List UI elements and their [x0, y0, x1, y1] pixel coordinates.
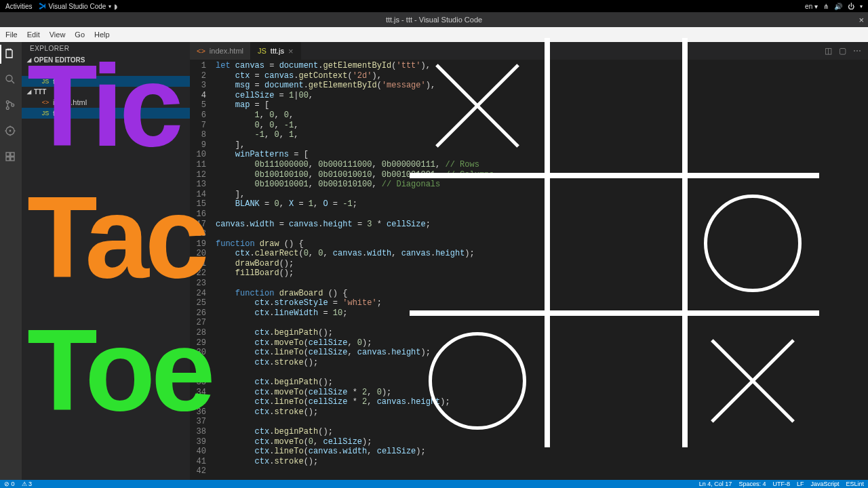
code-line-5[interactable]: map = [: [216, 100, 863, 110]
recording-icon: ◗: [114, 3, 117, 10]
code-content[interactable]: let canvas = document.getElementById('tt…: [210, 60, 868, 480]
lang-indicator[interactable]: en ▾: [805, 3, 818, 10]
chevron-down-icon: ▾: [860, 3, 863, 9]
code-line-36[interactable]: ctx.stroke();: [216, 407, 863, 418]
svg-point-3: [12, 104, 14, 106]
explorer-sidebar: EXPLORER ◢ OPEN EDITORS <>index.htmlJStt…: [22, 42, 190, 480]
layout-icon[interactable]: ▢: [839, 46, 846, 56]
menu-help[interactable]: Help: [94, 30, 110, 39]
debug-activity-icon[interactable]: [4, 125, 18, 138]
menu-bar: FileEditViewGoHelp: [0, 27, 868, 42]
file-ext-icon: <>: [41, 67, 50, 74]
code-line-32[interactable]: [216, 367, 863, 378]
chevron-down-icon: ◢: [27, 57, 31, 63]
menu-edit[interactable]: Edit: [27, 30, 40, 39]
file-ext-icon: JS: [41, 110, 50, 117]
indentation-status[interactable]: Spaces: 4: [738, 481, 766, 487]
code-line-9[interactable]: ],: [216, 140, 863, 150]
scm-activity-icon[interactable]: [4, 99, 18, 113]
file-item-index-html[interactable]: <>index.html: [22, 97, 190, 108]
line-numbers-gutter: 1234567891011121314151617181920212223242…: [190, 60, 210, 480]
file-item-ttt-js[interactable]: JSttt.js: [22, 76, 190, 87]
cursor-position[interactable]: Ln 4, Col 17: [699, 481, 732, 487]
language-status[interactable]: JavaScript: [810, 481, 839, 487]
encoding-status[interactable]: UTF-8: [772, 481, 790, 487]
code-line-3[interactable]: msg = document.getElementById('message')…: [216, 81, 863, 91]
code-line-30[interactable]: ctx.lineTo(cellSize, canvas.height);: [216, 348, 863, 358]
window-title: ttt.js - ttt - Visual Studio Code: [386, 16, 482, 24]
search-activity-icon[interactable]: [4, 73, 18, 87]
code-line-26[interactable]: ctx.lineWidth = 10;: [216, 308, 863, 319]
code-line-33[interactable]: ctx.beginPath();: [216, 378, 863, 388]
code-line-27[interactable]: [216, 318, 863, 328]
activities-button[interactable]: Activities: [5, 3, 32, 10]
code-line-34[interactable]: ctx.moveTo(cellSize * 2, 0);: [216, 388, 863, 398]
project-section[interactable]: ◢ TTT: [22, 87, 190, 97]
code-line-24[interactable]: function drawBoard () {: [216, 289, 863, 299]
code-line-6[interactable]: 1, 0, 0,: [216, 110, 863, 121]
code-line-35[interactable]: ctx.lineTo(cellSize * 2, canvas.height);: [216, 397, 863, 407]
code-line-22[interactable]: fillBoard();: [216, 268, 863, 279]
code-line-29[interactable]: ctx.moveTo(cellSize, 0);: [216, 338, 863, 348]
svg-rect-8: [6, 157, 9, 161]
code-line-16[interactable]: [216, 209, 863, 220]
code-line-38[interactable]: ctx.beginPath();: [216, 427, 863, 437]
errors-status[interactable]: ⊘ 0: [4, 481, 15, 487]
window-close-button[interactable]: ×: [859, 15, 864, 25]
explorer-activity-icon[interactable]: [4, 47, 18, 61]
code-line-15[interactable]: BLANK = 0, X = 1, O = -1;: [216, 199, 863, 209]
code-line-19[interactable]: function draw () {: [216, 239, 863, 249]
tab-index-html[interactable]: <>index.html: [190, 42, 251, 60]
code-line-8[interactable]: -1, 0, 1,: [216, 130, 863, 140]
lint-status[interactable]: ESLint: [846, 481, 864, 487]
volume-icon[interactable]: 🔊: [834, 3, 842, 10]
code-line-1[interactable]: let canvas = document.getElementById('tt…: [216, 61, 863, 71]
menu-view[interactable]: View: [50, 30, 66, 39]
code-line-2[interactable]: ctx = canvas.getContext('2d'),: [216, 71, 863, 81]
code-line-37[interactable]: [216, 417, 863, 427]
menu-go[interactable]: Go: [75, 30, 85, 39]
code-line-31[interactable]: ctx.stroke();: [216, 358, 863, 368]
code-editor[interactable]: 1234567891011121314151617181920212223242…: [190, 60, 868, 480]
code-line-23[interactable]: [216, 279, 863, 289]
more-icon[interactable]: ⋯: [853, 46, 861, 56]
code-line-21[interactable]: drawBoard();: [216, 259, 863, 269]
eol-status[interactable]: LF: [797, 481, 804, 487]
extensions-activity-icon[interactable]: [4, 150, 18, 164]
code-line-40[interactable]: ctx.lineTo(canvas.width, cellSize);: [216, 447, 863, 457]
code-line-14[interactable]: ],: [216, 190, 863, 200]
power-icon[interactable]: ⏻: [848, 3, 854, 10]
code-line-4[interactable]: cellSize = 1|00,: [216, 91, 863, 101]
code-line-42[interactable]: [216, 466, 863, 476]
file-item-ttt-js[interactable]: JSttt.js: [22, 108, 190, 119]
code-line-39[interactable]: ctx.moveTo(0, cellSize);: [216, 437, 863, 447]
status-bar: ⊘ 0 ⚠ 3 Ln 4, Col 17 Spaces: 4 UTF-8 LF …: [0, 480, 868, 488]
close-tab-icon[interactable]: ×: [288, 46, 294, 56]
tab-bar: <>index.htmlJSttt.js× ◫ ▢ ⋯: [190, 42, 868, 60]
code-line-28[interactable]: ctx.beginPath();: [216, 328, 863, 338]
chevron-down-icon: ▾: [108, 3, 111, 9]
code-line-10[interactable]: winPatterns = [: [216, 150, 863, 160]
warnings-status[interactable]: ⚠ 3: [22, 481, 33, 487]
code-line-18[interactable]: [216, 229, 863, 239]
svg-rect-9: [11, 157, 14, 161]
code-line-7[interactable]: 0, 0, -1,: [216, 121, 863, 131]
tab-ttt-js[interactable]: JSttt.js×: [251, 42, 301, 60]
open-editors-section[interactable]: ◢ OPEN EDITORS: [22, 55, 190, 65]
code-line-41[interactable]: ctx.stroke();: [216, 457, 863, 467]
code-line-11[interactable]: 0b111000000, 0b000111000, 0b000000111, /…: [216, 160, 863, 170]
code-line-17[interactable]: canvas.width = canvas.height = 3 * cellS…: [216, 220, 863, 230]
app-indicator[interactable]: Visual Studio Code ▾ ◗: [39, 3, 117, 10]
code-line-20[interactable]: ctx.clearRect(0, 0, canvas.width, canvas…: [216, 249, 863, 259]
split-editor-icon[interactable]: ◫: [825, 46, 832, 56]
menu-file[interactable]: File: [5, 30, 18, 39]
code-line-13[interactable]: 0b100010001, 0b001010100, // Diagonals: [216, 180, 863, 190]
svg-rect-6: [6, 152, 9, 156]
file-item-index-html[interactable]: <>index.html: [22, 65, 190, 76]
network-icon[interactable]: ⋔: [823, 3, 829, 10]
code-line-25[interactable]: ctx.strokeStyle = 'white';: [216, 298, 863, 308]
file-ext-icon: JS: [41, 78, 50, 85]
code-line-12[interactable]: 0b100100100, 0b010010010, 0b001001001, /…: [216, 170, 863, 180]
editor-area: <>index.htmlJSttt.js× ◫ ▢ ⋯ 123456789101…: [190, 42, 868, 480]
explorer-title: EXPLORER: [22, 42, 190, 55]
